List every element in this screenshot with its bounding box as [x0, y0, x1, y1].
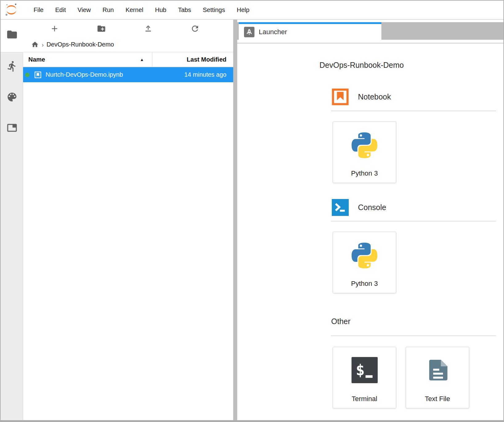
upload-icon: [144, 24, 153, 33]
launcher-card-text-file[interactable]: Text File: [406, 347, 469, 408]
tab-launcher[interactable]: Launcher: [239, 22, 381, 40]
section-title-console: Console: [358, 203, 386, 212]
main-dock-panel: Launcher DevOps-Runbook-Demo Notebook: [237, 20, 503, 420]
section-header-notebook: Notebook: [332, 88, 391, 105]
file-listing-header: Name ▲ Last Modified: [23, 52, 233, 67]
running-sessions-icon: [6, 60, 18, 72]
menu-tabs[interactable]: Tabs: [172, 6, 197, 14]
upload-button[interactable]: [125, 22, 172, 35]
section-divider: [331, 221, 496, 221]
file-last-modified: 14 minutes ago: [184, 71, 233, 78]
launcher-card-notebook-python3[interactable]: Python 3: [333, 121, 396, 183]
file-name: Nurtch-DevOps-Demo.ipynb: [46, 71, 123, 78]
activity-sidebar: [1, 20, 23, 420]
launcher-panel: DevOps-Runbook-Demo Notebook Python 3: [237, 43, 503, 420]
section-title-notebook: Notebook: [358, 92, 391, 101]
menu-items: File Edit View Run Kernel Hub Tabs Setti…: [28, 6, 255, 14]
menu-view[interactable]: View: [72, 6, 97, 14]
breadcrumb-current-folder[interactable]: DevOps-Runbook-Demo: [47, 41, 114, 48]
card-label: Terminal: [352, 395, 377, 403]
file-row-selected[interactable]: Nurtch-DevOps-Demo.ipynb 14 minutes ago: [23, 67, 233, 82]
new-folder-button[interactable]: [78, 22, 125, 35]
menu-hub[interactable]: Hub: [149, 6, 172, 14]
console-icon: [332, 199, 349, 216]
svg-text:$: $: [356, 361, 364, 379]
python-logo-icon: [350, 130, 379, 160]
card-label: Python 3: [351, 280, 378, 288]
section-divider: [331, 111, 496, 111]
section-header-console: Console: [332, 199, 386, 216]
refresh-button[interactable]: [172, 22, 218, 35]
section-divider: [331, 335, 496, 336]
menu-run[interactable]: Run: [97, 6, 120, 14]
kernel-running-dot: [25, 73, 30, 77]
breadcrumb: › DevOps-Runbook-Demo: [23, 37, 233, 52]
folder-icon: [6, 29, 18, 40]
home-icon[interactable]: [31, 41, 39, 48]
new-launcher-plus-icon: [50, 24, 59, 33]
section-title-other: Other: [331, 317, 351, 326]
menu-file[interactable]: File: [28, 6, 49, 14]
name-header-label: Name: [28, 56, 45, 63]
notebook-icon: [332, 88, 349, 105]
menu-help[interactable]: Help: [231, 6, 255, 14]
column-header-name[interactable]: Name ▲: [23, 52, 152, 67]
sidebar-tab-running-sessions[interactable]: [1, 60, 23, 72]
sidebar-tab-file-browser[interactable]: [1, 28, 23, 41]
launcher-card-console-python3[interactable]: Python 3: [333, 232, 396, 293]
launcher-rocket-icon: [244, 27, 254, 37]
new-folder-icon: [97, 24, 106, 33]
column-header-last-modified[interactable]: Last Modified: [152, 52, 233, 67]
file-browser-panel: › DevOps-Runbook-Demo Name ▲ Last Modifi…: [23, 20, 233, 420]
sidebar-tab-command-palette[interactable]: [1, 91, 23, 103]
open-tabs-icon: [6, 122, 18, 134]
file-browser-toolbar: [23, 20, 233, 37]
dock-tab-bar: Launcher: [237, 22, 503, 40]
notebook-icon: [34, 71, 42, 79]
text-file-icon: [425, 357, 451, 383]
menu-kernel[interactable]: Kernel: [120, 6, 149, 14]
menu-settings[interactable]: Settings: [197, 6, 231, 14]
panel-splitter[interactable]: [233, 20, 237, 420]
jupyter-logo-icon: [4, 3, 19, 17]
breadcrumb-separator: ›: [42, 41, 44, 48]
command-palette-icon: [6, 91, 18, 103]
card-label: Python 3: [351, 169, 378, 177]
tab-launcher-label: Launcher: [259, 28, 287, 36]
menu-bar: File Edit View Run Kernel Hub Tabs Setti…: [1, 1, 503, 20]
launcher-cwd-title: DevOps-Runbook-Demo: [319, 61, 404, 70]
jupyterlab-window: File Edit View Run Kernel Hub Tabs Setti…: [0, 0, 504, 422]
activity-sidebar-background: [1, 52, 23, 420]
launcher-card-terminal[interactable]: $ Terminal: [333, 347, 396, 408]
sidebar-tab-open-tabs[interactable]: [1, 122, 23, 134]
terminal-icon: $: [352, 357, 378, 383]
last-modified-header-label: Last Modified: [187, 56, 226, 63]
python-logo-icon: [350, 241, 379, 270]
sort-ascending-icon: ▲: [140, 57, 144, 62]
refresh-icon: [190, 24, 200, 33]
new-launcher-button[interactable]: [31, 22, 78, 35]
menu-edit[interactable]: Edit: [49, 6, 71, 14]
card-label: Text File: [425, 395, 450, 403]
